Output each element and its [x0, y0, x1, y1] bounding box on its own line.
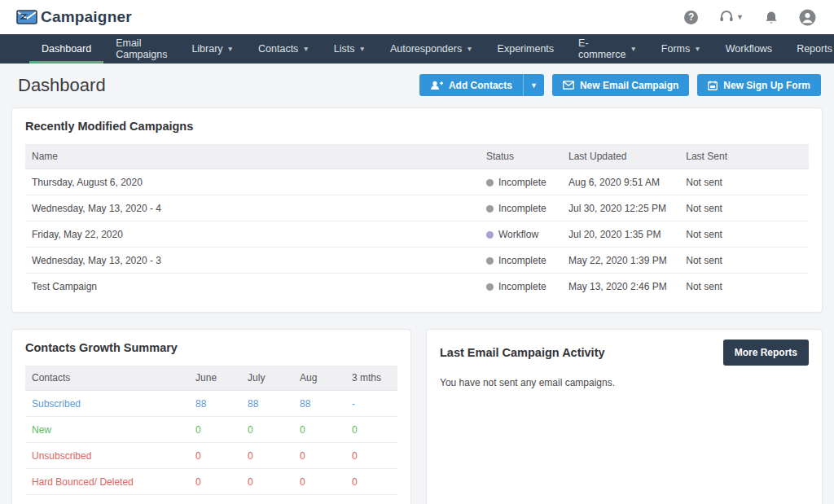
- campaign-name[interactable]: Friday, May 22, 2020: [25, 221, 480, 248]
- growth-value[interactable]: 0: [241, 417, 293, 443]
- add-contacts-button[interactable]: Add Contacts: [419, 74, 523, 96]
- chevron-down-icon: ▼: [630, 45, 636, 53]
- add-contacts-split-button: Add Contacts ▼: [419, 74, 544, 96]
- status-dot-icon: [486, 205, 494, 213]
- growth-value[interactable]: 88: [241, 391, 293, 417]
- growth-value[interactable]: 0: [189, 417, 241, 443]
- growth-value[interactable]: 0: [293, 417, 345, 443]
- growth-value[interactable]: 0: [241, 469, 293, 495]
- chevron-down-icon: ▼: [694, 45, 700, 53]
- nav-item-forms[interactable]: Forms▼: [649, 34, 713, 64]
- growth-row-label[interactable]: Growth: [25, 495, 189, 504]
- growth-value[interactable]: 0: [345, 443, 397, 469]
- activity-card-header: Last Email Campaign Activity More Report…: [440, 340, 809, 366]
- growth-value[interactable]: 88: [189, 391, 241, 417]
- status-dot-icon: [486, 283, 494, 291]
- table-row[interactable]: Thursday, August 6, 2020 Incomplete Aug …: [25, 169, 809, 195]
- nav-item-workflows[interactable]: Workflows: [713, 34, 784, 64]
- growth-value[interactable]: 0: [345, 495, 397, 504]
- growth-value[interactable]: 0: [345, 469, 397, 495]
- person-plus-icon: [430, 81, 443, 90]
- campaigns-table-header-row: Name Status Last Updated Last Sent: [25, 144, 809, 169]
- growth-value[interactable]: 0: [189, 469, 241, 495]
- new-email-campaign-button[interactable]: New Email Campaign: [552, 74, 689, 96]
- campaign-status: Incomplete: [480, 169, 562, 195]
- campaign-last-sent: Not sent: [679, 274, 809, 300]
- notifications-bell-icon[interactable]: [765, 11, 778, 24]
- table-row[interactable]: Test Campaign Incomplete May 13, 2020 2:…: [25, 274, 809, 300]
- bottom-panels: Contacts Growth Summary Contacts June Ju…: [11, 329, 823, 504]
- nav-item-ecommerce[interactable]: E-commerce▼: [566, 34, 649, 64]
- nav-item-autoresponders[interactable]: Autoresponders▼: [378, 34, 485, 64]
- main-content: Dashboard Add Contacts ▼: [0, 64, 834, 504]
- envelope-icon: [563, 81, 574, 90]
- column-header-last-sent[interactable]: Last Sent: [679, 144, 809, 169]
- growth-value[interactable]: 0: [189, 443, 241, 469]
- add-contacts-dropdown-button[interactable]: ▼: [523, 74, 544, 96]
- campaign-last-updated: May 22, 2020 1:39 PM: [562, 248, 679, 274]
- new-signup-form-button[interactable]: New Sign Up Form: [697, 74, 821, 96]
- growth-value[interactable]: 88: [293, 391, 345, 417]
- growth-value: -: [345, 391, 397, 417]
- growth-value[interactable]: 0: [345, 417, 397, 443]
- table-row: Subscribed 88 88 88 -: [25, 391, 397, 417]
- status-dot-icon: [486, 257, 494, 265]
- contacts-growth-summary-card: Contacts Growth Summary Contacts June Ju…: [11, 329, 411, 504]
- nav-item-dashboard[interactable]: Dashboard: [29, 34, 103, 64]
- growth-value[interactable]: 0: [241, 443, 293, 469]
- more-reports-button[interactable]: More Reports: [723, 340, 809, 366]
- campaign-name[interactable]: Wednesday, May 13, 2020 - 4: [25, 195, 480, 221]
- logo[interactable]: Campaigner: [16, 8, 132, 26]
- campaign-last-updated: Aug 6, 2020 9:51 AM: [562, 169, 679, 195]
- last-email-campaign-activity-card: Last Email Campaign Activity More Report…: [426, 329, 823, 504]
- nav-item-reports[interactable]: Reports▼: [784, 34, 834, 64]
- campaign-name[interactable]: Thursday, August 6, 2020: [25, 169, 480, 195]
- campaign-last-sent: Not sent: [679, 221, 809, 248]
- page-actions: Add Contacts ▼ New Email Campaign: [419, 74, 821, 96]
- card-title: Contacts Growth Summary: [25, 341, 397, 354]
- column-header-name[interactable]: Name: [25, 144, 480, 169]
- column-header-july: July: [241, 366, 293, 391]
- table-row[interactable]: Wednesday, May 13, 2020 - 4 Incomplete J…: [25, 195, 809, 221]
- growth-row-label[interactable]: New: [25, 417, 189, 443]
- hamburger-menu-icon[interactable]: [11, 34, 24, 64]
- empty-state-text: You have not sent any email campaigns.: [440, 377, 809, 388]
- page-title: Dashboard: [18, 75, 106, 96]
- column-header-status[interactable]: Status: [480, 144, 562, 169]
- growth-row-label[interactable]: Unsubscribed: [25, 443, 189, 469]
- table-row[interactable]: Wednesday, May 13, 2020 - 3 Incomplete M…: [25, 248, 809, 274]
- support-headset-icon[interactable]: ▼: [719, 11, 744, 24]
- growth-value[interactable]: 0: [293, 469, 345, 495]
- campaign-name[interactable]: Wednesday, May 13, 2020 - 3: [25, 248, 480, 274]
- column-header-3mths: 3 mths: [345, 366, 397, 391]
- main-navbar: Dashboard Email Campaigns Library▼ Conta…: [0, 34, 834, 64]
- nav-item-email-campaigns[interactable]: Email Campaigns: [103, 34, 179, 64]
- chevron-down-icon: ▼: [302, 45, 309, 53]
- column-header-contacts: Contacts: [25, 366, 189, 391]
- help-icon[interactable]: ?: [684, 11, 698, 24]
- nav-item-experiments[interactable]: Experiments: [485, 34, 566, 64]
- growth-value[interactable]: 0: [293, 443, 345, 469]
- column-header-last-updated[interactable]: Last Updated: [562, 144, 679, 169]
- campaign-last-updated: Jul 30, 2020 12:25 PM: [562, 195, 679, 221]
- card-title: Last Email Campaign Activity: [440, 346, 605, 359]
- growth-row-label[interactable]: Subscribed: [25, 391, 189, 417]
- envelope-logo-icon: [16, 9, 37, 25]
- nav-list: Dashboard Email Campaigns Library▼ Conta…: [29, 34, 834, 64]
- campaign-last-updated: May 13, 2020 2:46 PM: [562, 274, 679, 300]
- table-row: Hard Bounced/ Deleted 0 0 0 0: [25, 469, 397, 495]
- table-row[interactable]: Friday, May 22, 2020 Workflow Jul 20, 20…: [25, 221, 809, 248]
- campaign-name[interactable]: Test Campaign: [25, 274, 480, 300]
- growth-value[interactable]: 0: [241, 495, 293, 504]
- growth-value[interactable]: 0: [189, 495, 241, 504]
- campaign-status: Incomplete: [480, 274, 562, 300]
- nav-item-lists[interactable]: Lists▼: [322, 34, 378, 64]
- account-avatar-icon[interactable]: [799, 9, 816, 26]
- nav-item-contacts[interactable]: Contacts▼: [246, 34, 322, 64]
- growth-value[interactable]: 0: [293, 495, 345, 504]
- status-dot-icon: [486, 179, 494, 186]
- nav-item-library[interactable]: Library▼: [179, 34, 246, 64]
- status-dot-icon: [486, 231, 494, 239]
- growth-row-label[interactable]: Hard Bounced/ Deleted: [25, 469, 189, 495]
- campaign-last-updated: Jul 20, 2020 1:35 PM: [562, 221, 679, 248]
